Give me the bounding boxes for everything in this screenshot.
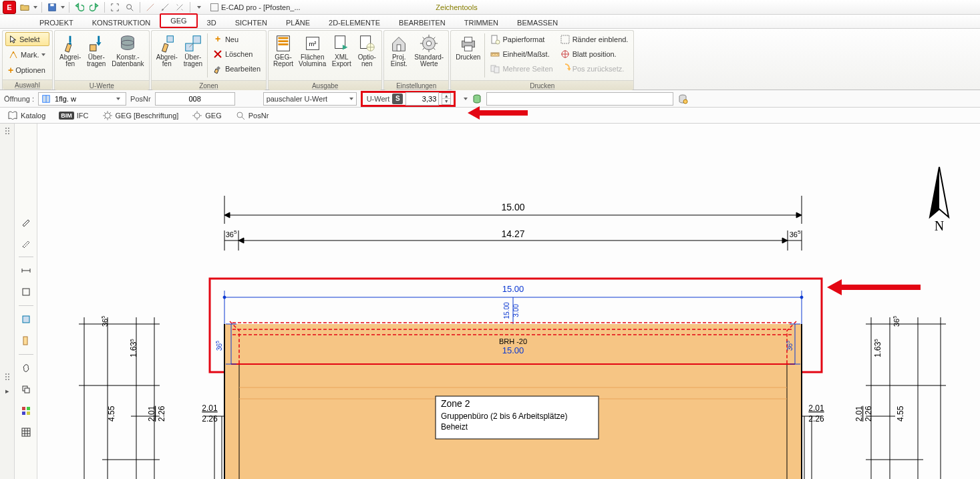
svg-point-2 (127, 4, 132, 9)
svg-rect-46 (25, 388, 29, 393)
optionen-button[interactable]: + Optionen (5, 63, 49, 77)
tool3-icon[interactable] (174, 1, 186, 13)
ausgabe-optionen-button[interactable]: Optio- nen (355, 32, 379, 79)
panel-collapse-icon[interactable]: ▸ (0, 383, 15, 399)
svg-text:15.00: 15.00 (502, 284, 524, 294)
uwert-input[interactable] (405, 92, 439, 106)
mehrere-seiten-button: Mehrere Seiten (487, 61, 555, 75)
zonen-bearbeiten-button[interactable]: Bearbeiten (210, 61, 263, 75)
tab-geg[interactable]: GEG (160, 13, 197, 28)
door-icon[interactable] (18, 333, 34, 349)
open-icon[interactable] (19, 1, 31, 13)
dimension-icon[interactable] (18, 263, 34, 279)
svg-rect-27 (464, 46, 472, 51)
link-icon[interactable] (18, 360, 34, 376)
grid-icon[interactable] (18, 424, 34, 440)
contextual-tab-title: Zeichentools (361, 3, 552, 11)
copy-icon[interactable] (18, 381, 34, 397)
window-icon[interactable] (18, 311, 34, 327)
open-dropdown-icon[interactable] (33, 6, 37, 9)
raender-einblend-button[interactable]: Ränder einblend. (557, 32, 631, 46)
tab-konstruktion[interactable]: KONSTRUKTION (83, 17, 160, 29)
oeffnung-combo[interactable] (38, 92, 126, 106)
drawing-canvas[interactable]: N 15.00 14.27 365 365 (37, 124, 980, 479)
database-open-icon[interactable] (677, 94, 688, 104)
uwerte-abgreifen-button[interactable]: Abgrei- fen (57, 32, 83, 79)
tab-trimmen[interactable]: TRIMMEN (455, 17, 508, 29)
zonen-uebertragen-button[interactable]: Über- tragen (181, 32, 205, 79)
standard-werte-button[interactable]: Standard- Werte (412, 32, 446, 79)
geg-report-button[interactable]: GEG- Report (271, 32, 295, 79)
svg-point-69 (800, 296, 803, 299)
search-icon (235, 110, 246, 121)
bim-ifc-button[interactable]: BIM IFC (55, 110, 92, 122)
book-icon (7, 110, 18, 121)
tab-3d[interactable]: 3D (198, 17, 226, 29)
s-badge-icon: S (392, 94, 403, 104)
svg-text:m²: m² (309, 41, 316, 47)
mark-button[interactable]: Mark. (5, 47, 49, 61)
uwert-spinner[interactable]: ▲▼ (442, 93, 451, 105)
svg-text:2.01: 2.01 (202, 404, 218, 413)
undo-icon[interactable] (73, 1, 86, 13)
svg-rect-51 (22, 428, 30, 436)
north-arrow-icon: N (930, 167, 949, 233)
selekt-button[interactable]: Selekt (5, 32, 49, 46)
posnr-input[interactable] (155, 92, 235, 106)
zone-title: Zone 2 (441, 398, 470, 409)
uwerte-uebertragen-button[interactable]: Über- tragen (84, 32, 108, 79)
pen-icon[interactable] (18, 214, 34, 230)
blatt-position-button[interactable]: Blatt position. (557, 47, 631, 61)
tab-2d-elemente[interactable]: 2D-ELEMENTE (319, 17, 389, 29)
svg-point-40 (194, 113, 200, 118)
konstr-datenbank-button[interactable]: Konstr.- Datenbank (110, 32, 146, 79)
einheit-masstab-button[interactable]: Einheit/Maßst. (487, 47, 555, 61)
group-zonen: Abgrei- fen Über- tragen + Neu Löschen B… (151, 30, 267, 90)
database-icon[interactable] (472, 94, 482, 104)
tab-sichten[interactable]: SICHTEN (226, 17, 277, 29)
save-icon[interactable] (46, 1, 58, 13)
flaechen-volumina-button[interactable]: m² Flächen Volumina (297, 32, 328, 79)
db-selection-field[interactable] (486, 92, 673, 106)
geg-beschriftung-button[interactable]: GEG [Beschriftung] (99, 108, 182, 123)
oeffnung-input[interactable] (53, 94, 114, 104)
uwert-dropdown-icon[interactable] (464, 98, 468, 100)
papierformat-button[interactable]: Papierformat (487, 32, 555, 46)
tool2-icon[interactable] (159, 1, 171, 13)
uwert-mode-combo[interactable]: pauschaler U-Wert (263, 92, 357, 106)
drucken-button[interactable]: Drucken (454, 32, 482, 79)
posnr-button[interactable]: PosNr (232, 108, 273, 123)
zonen-neu-button[interactable]: + Neu (210, 32, 263, 46)
svg-point-5 (69, 42, 71, 45)
svg-text:2.26: 2.26 (202, 414, 218, 424)
svg-text:4.55: 4.55 (896, 406, 905, 422)
zonen-abgreifen-button[interactable]: Abgrei- fen (154, 32, 180, 79)
chevron-down-icon[interactable] (116, 98, 120, 100)
tab-plaene[interactable]: PLÄNE (277, 17, 319, 29)
zoom-icon[interactable] (124, 1, 136, 13)
fit-icon[interactable] (109, 1, 121, 13)
tab-projekt[interactable]: PROJEKT (30, 17, 83, 29)
svg-rect-22 (397, 45, 401, 51)
ribbon-body: Selekt Mark. + Optionen Auswahl Abgrei- … (0, 29, 980, 90)
pen-dashed-icon[interactable] (18, 235, 34, 251)
xml-export-button[interactable]: XML Export (329, 32, 353, 79)
tab-bearbeiten[interactable]: BEARBEITEN (389, 17, 455, 29)
svg-rect-15 (279, 40, 289, 42)
svg-text:+: + (215, 34, 220, 44)
tool1-icon[interactable] (144, 1, 156, 13)
katalog-button[interactable]: Katalog (4, 108, 49, 123)
zonen-loeschen-button[interactable]: Löschen (210, 47, 263, 61)
save-dropdown-icon[interactable] (61, 6, 65, 9)
zone-heat: Beheizt (441, 422, 468, 432)
svg-point-24 (426, 41, 432, 46)
app-menu-button[interactable]: E (3, 1, 16, 14)
redo-icon[interactable] (88, 1, 100, 13)
proj-einst-button[interactable]: Proj. Einst. (387, 32, 411, 79)
geg-button[interactable]: GEG (188, 108, 224, 123)
palette-icon[interactable] (18, 403, 34, 419)
qat-customize-icon[interactable] (197, 6, 201, 9)
tab-bemassen[interactable]: BEMASSEN (508, 17, 567, 29)
chevron-down-icon[interactable] (349, 98, 353, 100)
area-icon[interactable] (18, 284, 34, 300)
